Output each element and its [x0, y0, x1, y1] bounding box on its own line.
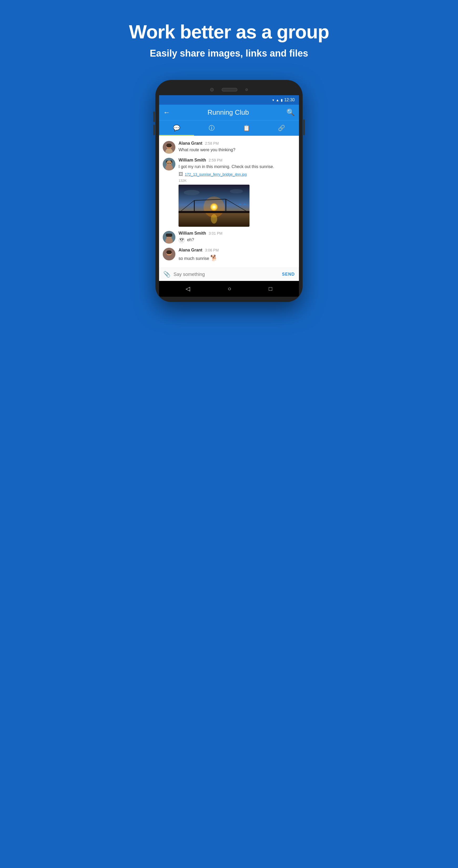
message-time-2: 2:59 PM [209, 158, 222, 162]
volume-up-button[interactable] [153, 112, 155, 122]
svg-point-18 [211, 214, 217, 224]
message-content-3: William Smith 3:01 PM [178, 231, 295, 243]
speaker [222, 88, 237, 92]
message-text-4: so much sunrise 🐕 [178, 254, 295, 262]
file-icon: 🖼 [178, 172, 183, 177]
phone-screen: ▾ ▲ ▮ 12:30 ← Running Club 🔍 💬 ⓘ 📋 [159, 95, 299, 297]
chat-title: Running Club [207, 108, 249, 117]
chat-input[interactable] [173, 272, 279, 277]
svg-point-27 [184, 190, 200, 195]
svg-point-33 [170, 236, 171, 237]
recents-nav-icon[interactable]: □ [269, 285, 272, 292]
avatar-alana-1 [163, 141, 175, 154]
tab-links[interactable]: 🔗 [264, 121, 299, 136]
svg-point-12 [170, 163, 171, 164]
message-row-3: William Smith 3:01 PM [159, 229, 299, 246]
battery-icon: ▮ [281, 98, 283, 102]
expand-icon[interactable]: ⌃⌃ [238, 203, 247, 209]
chat-input-area: 📎 SEND [159, 268, 299, 281]
phone-device: ▾ ▲ ▮ 12:30 ← Running Club 🔍 💬 ⓘ 📋 [155, 80, 303, 302]
back-button[interactable]: ← [163, 108, 170, 117]
page-title: Work better as a group [129, 21, 329, 42]
signal-icon: ▲ [276, 98, 279, 102]
message-time-4: 3:06 PM [205, 248, 219, 252]
home-nav-icon[interactable]: ○ [228, 285, 231, 292]
app-header: ← Running Club 🔍 [159, 105, 299, 120]
chat-tab-icon: 💬 [173, 125, 180, 131]
info-tab-icon: ⓘ [209, 124, 215, 132]
avatar-alana-2 [163, 248, 175, 260]
tab-info[interactable]: ⓘ [194, 121, 229, 136]
sender-name: Alana Grant [178, 141, 202, 146]
phone-hardware-top [159, 88, 299, 92]
message-text-3: eh? [178, 237, 295, 243]
svg-rect-31 [166, 234, 172, 237]
wifi-icon: ▾ [272, 98, 274, 102]
send-button[interactable]: SEND [282, 272, 295, 277]
tab-files[interactable]: 📋 [229, 121, 264, 136]
message-row-4: Alana Grant 3:06 PM so much sunrise 🐕 [159, 246, 299, 265]
attach-icon[interactable]: 📎 [163, 271, 170, 278]
message-header-3: William Smith 3:01 PM [178, 231, 295, 236]
doge-emoji: 🐕 [210, 255, 218, 261]
message-text-1: What route were you thinking? [178, 147, 295, 153]
svg-point-32 [167, 236, 168, 237]
svg-point-42 [170, 253, 171, 254]
files-tab-icon: 📋 [243, 125, 250, 131]
svg-point-17 [210, 203, 218, 211]
svg-point-5 [167, 146, 168, 147]
page-subtitle: Easily share images, links and files [150, 48, 308, 59]
nav-bar: ◁ ○ □ [159, 281, 299, 297]
svg-point-6 [170, 146, 171, 147]
file-name: 172_13_sunrise_ferry_bridge_4nn.jpg [185, 172, 247, 177]
message-content-4: Alana Grant 3:06 PM so much sunrise 🐕 [178, 248, 295, 262]
message-content-1: Alana Grant 2:58 PM What route were you … [178, 141, 295, 153]
avatar-william-2 [163, 231, 175, 244]
power-button[interactable] [303, 119, 305, 135]
sender-name-william-2: William Smith [178, 231, 206, 236]
svg-point-28 [230, 189, 243, 193]
file-attachment[interactable]: 🖼 172_13_sunrise_ferry_bridge_4nn.jpg [178, 172, 295, 177]
file-size: 132K [178, 179, 295, 183]
status-bar: ▾ ▲ ▮ 12:30 [159, 95, 299, 105]
svg-point-41 [167, 253, 168, 254]
front-camera [210, 88, 214, 92]
volume-down-button[interactable] [153, 125, 155, 135]
svg-point-35 [179, 237, 185, 243]
message-text-2: I got my run in this morning. Check out … [178, 164, 295, 170]
svg-point-36 [180, 239, 181, 240]
tab-chat[interactable]: 💬 [159, 121, 194, 136]
message-time: 2:58 PM [205, 141, 219, 146]
chat-messages: Alana Grant 2:58 PM What route were you … [159, 136, 299, 268]
meme-emoji [178, 237, 186, 243]
message-content-2: William Smith 2:59 PM I got my run in th… [178, 158, 295, 227]
sender-name-william: William Smith [178, 158, 206, 162]
svg-point-11 [167, 163, 168, 164]
message-row: William Smith 2:59 PM I got my run in th… [159, 156, 299, 229]
search-button[interactable]: 🔍 [286, 108, 295, 117]
tab-bar: 💬 ⓘ 📋 🔗 [159, 120, 299, 136]
sender-name-alana-2: Alana Grant [178, 248, 202, 252]
status-time: 12:30 [284, 98, 295, 102]
message-time-3: 3:01 PM [209, 231, 222, 236]
sensor [245, 88, 248, 91]
back-nav-icon[interactable]: ◁ [186, 285, 190, 292]
status-icons: ▾ ▲ ▮ 12:30 [272, 98, 295, 102]
image-preview[interactable]: ⌃⌃ [178, 185, 250, 227]
message-header-1: Alana Grant 2:58 PM [178, 141, 295, 146]
links-tab-icon: 🔗 [278, 125, 285, 131]
avatar-william-1 [163, 158, 175, 170]
message-row: Alana Grant 2:58 PM What route were you … [159, 139, 299, 156]
svg-point-37 [182, 239, 183, 240]
message-header-4: Alana Grant 3:06 PM [178, 248, 295, 252]
message-header-2: William Smith 2:59 PM [178, 158, 295, 162]
